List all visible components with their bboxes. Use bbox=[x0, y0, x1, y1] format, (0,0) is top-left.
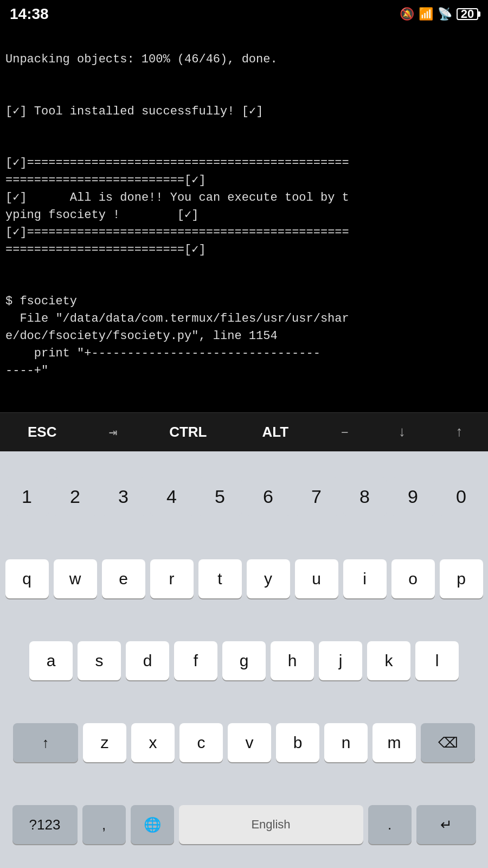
key-9[interactable]: 9 bbox=[391, 477, 435, 516]
comma-key[interactable]: , bbox=[82, 805, 126, 844]
terminal-line16: ----+" bbox=[5, 364, 48, 378]
esc-button[interactable]: ESC bbox=[19, 419, 65, 445]
key-j[interactable]: j bbox=[319, 641, 362, 680]
terminal-line7: [✓] All is done!! You can execute tool b… bbox=[5, 191, 349, 205]
bell-icon: 🔕 bbox=[400, 7, 414, 22]
tab-button[interactable]: ⇥ bbox=[103, 419, 123, 445]
key-h[interactable]: h bbox=[271, 641, 314, 680]
key-f[interactable]: f bbox=[174, 641, 217, 680]
terminal-output: Unpacking objects: 100% (46/46), done. [… bbox=[0, 28, 488, 423]
terminal-line15: print "+-------------------------------- bbox=[5, 347, 320, 360]
status-bar: 14:38 🔕 📶 📡 20 bbox=[0, 0, 488, 28]
key-i[interactable]: i bbox=[343, 559, 387, 598]
qwerty-row: q w e r t y u i o p bbox=[0, 538, 488, 620]
status-time: 14:38 bbox=[10, 5, 49, 23]
bottom-row: ?123 , 🌐 English . ↵ bbox=[0, 784, 488, 866]
key-t[interactable]: t bbox=[198, 559, 242, 598]
key-a[interactable]: a bbox=[29, 641, 73, 680]
key-v[interactable]: v bbox=[228, 723, 271, 762]
ctrl-button[interactable]: CTRL bbox=[160, 419, 215, 445]
alt-button[interactable]: ALT bbox=[253, 419, 297, 445]
terminal-line14: e/doc/fsociety/fsociety.py", line 1154 bbox=[5, 329, 278, 343]
key-g[interactable]: g bbox=[222, 641, 266, 680]
key-3[interactable]: 3 bbox=[102, 477, 145, 516]
key-o[interactable]: o bbox=[391, 559, 435, 598]
terminal-line10: =========================[✓] bbox=[5, 243, 206, 257]
key-0[interactable]: 0 bbox=[440, 477, 483, 516]
globe-key[interactable]: 🌐 bbox=[131, 805, 174, 844]
key-8[interactable]: 8 bbox=[343, 477, 387, 516]
key-1[interactable]: 1 bbox=[5, 477, 49, 516]
key-y[interactable]: y bbox=[247, 559, 290, 598]
key-q[interactable]: q bbox=[5, 559, 49, 598]
key-w[interactable]: w bbox=[54, 559, 97, 598]
key-6[interactable]: 6 bbox=[247, 477, 290, 516]
terminal-line1: Unpacking objects: 100% (46/46), done. bbox=[5, 53, 278, 66]
wifi-icon: 📡 bbox=[438, 7, 452, 22]
key-k[interactable]: k bbox=[367, 641, 410, 680]
key-z[interactable]: z bbox=[83, 723, 126, 762]
key-d[interactable]: d bbox=[126, 641, 169, 680]
key-2[interactable]: 2 bbox=[54, 477, 97, 516]
key-c[interactable]: c bbox=[179, 723, 223, 762]
key-n[interactable]: n bbox=[324, 723, 368, 762]
zxcv-row: ↑ z x c v b n m ⌫ bbox=[0, 702, 488, 784]
key-b[interactable]: b bbox=[276, 723, 319, 762]
keyboard: 1 2 3 4 5 6 7 8 9 0 q w e r t y u i o p … bbox=[0, 451, 488, 868]
num-row: 1 2 3 4 5 6 7 8 9 0 bbox=[0, 456, 488, 538]
terminal-line8: yping fsociety ! [✓] bbox=[5, 208, 199, 222]
toolbar: ESC ⇥ CTRL ALT – ↓ ↑ bbox=[0, 412, 488, 451]
terminal-line5: [✓]=====================================… bbox=[5, 156, 349, 170]
key-e[interactable]: e bbox=[102, 559, 145, 598]
battery-icon: 20 bbox=[457, 8, 478, 20]
enter-key[interactable]: ↵ bbox=[416, 805, 476, 844]
down-arrow-button[interactable]: ↓ bbox=[393, 420, 412, 445]
key-p[interactable]: p bbox=[440, 559, 483, 598]
terminal-line3: [✓] Tool installed successfully! [✓] bbox=[5, 105, 263, 118]
backspace-key[interactable]: ⌫ bbox=[421, 723, 475, 762]
key-m[interactable]: m bbox=[373, 723, 416, 762]
key-u[interactable]: u bbox=[295, 559, 338, 598]
shift-key[interactable]: ↑ bbox=[13, 723, 78, 762]
dash-button[interactable]: – bbox=[335, 420, 355, 445]
up-arrow-button[interactable]: ↑ bbox=[450, 420, 469, 445]
terminal-line12: $ fsociety bbox=[5, 295, 77, 308]
signal-icon: 📶 bbox=[419, 7, 433, 22]
key-5[interactable]: 5 bbox=[198, 477, 242, 516]
period-key[interactable]: . bbox=[368, 805, 412, 844]
terminal-line6: =========================[✓] bbox=[5, 174, 206, 187]
asdf-row: a s d f g h j k l bbox=[0, 620, 488, 701]
symbols-key[interactable]: ?123 bbox=[12, 805, 78, 844]
key-s[interactable]: s bbox=[78, 641, 121, 680]
status-icons: 🔕 📶 📡 20 bbox=[400, 7, 478, 22]
key-x[interactable]: x bbox=[131, 723, 175, 762]
terminal-line9: [✓]=====================================… bbox=[5, 226, 349, 239]
key-l[interactable]: l bbox=[415, 641, 459, 680]
key-7[interactable]: 7 bbox=[295, 477, 338, 516]
key-4[interactable]: 4 bbox=[150, 477, 194, 516]
spacebar-key[interactable]: English bbox=[179, 805, 363, 844]
terminal-line13: File "/data/data/com.termux/files/usr/us… bbox=[5, 312, 349, 326]
key-r[interactable]: r bbox=[150, 559, 194, 598]
